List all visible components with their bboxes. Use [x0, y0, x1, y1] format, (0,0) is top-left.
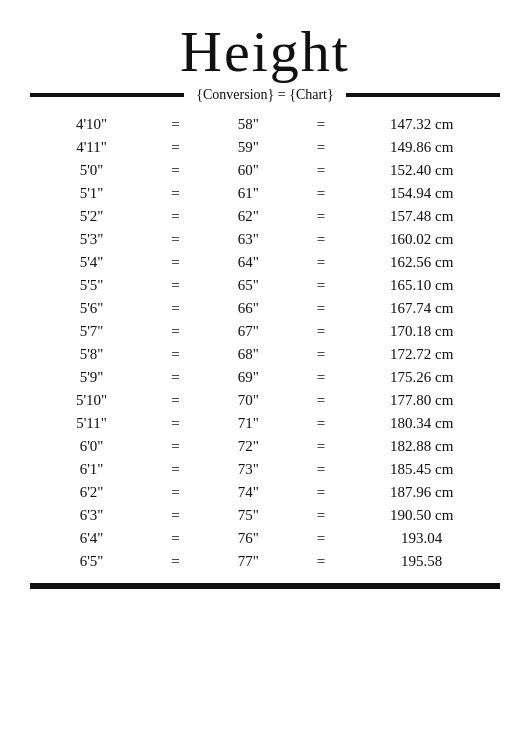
- cell-cm: 149.86 cm: [343, 136, 500, 159]
- cell-cm: 177.80 cm: [343, 389, 500, 412]
- cell-eq2: =: [299, 481, 344, 504]
- cell-eq2: =: [299, 458, 344, 481]
- table-row: 5'1"=61"=154.94 cm: [30, 182, 500, 205]
- cell-in: 76": [198, 527, 299, 550]
- cell-eq2: =: [299, 320, 344, 343]
- cell-ft: 6'1": [30, 458, 153, 481]
- table-row: 6'5"=77"=195.58: [30, 550, 500, 573]
- cell-in: 59": [198, 136, 299, 159]
- table-row: 6'2"=74"=187.96 cm: [30, 481, 500, 504]
- cell-ft: 5'7": [30, 320, 153, 343]
- table-row: 5'3"=63"=160.02 cm: [30, 228, 500, 251]
- cell-ft: 4'11": [30, 136, 153, 159]
- table-row: 6'0"=72"=182.88 cm: [30, 435, 500, 458]
- cell-in: 77": [198, 550, 299, 573]
- cell-eq1: =: [153, 435, 198, 458]
- cell-in: 73": [198, 458, 299, 481]
- cell-cm: 185.45 cm: [343, 458, 500, 481]
- cell-in: 72": [198, 435, 299, 458]
- cell-cm: 167.74 cm: [343, 297, 500, 320]
- table-row: 5'4"=64"=162.56 cm: [30, 251, 500, 274]
- cell-eq2: =: [299, 504, 344, 527]
- cell-eq1: =: [153, 228, 198, 251]
- cell-ft: 5'4": [30, 251, 153, 274]
- cell-ft: 6'4": [30, 527, 153, 550]
- cell-eq2: =: [299, 366, 344, 389]
- cell-in: 68": [198, 343, 299, 366]
- cell-ft: 6'2": [30, 481, 153, 504]
- table-row: 5'11"=71"=180.34 cm: [30, 412, 500, 435]
- subtitle-bar: {Conversion} = {Chart}: [30, 87, 500, 103]
- cell-eq1: =: [153, 389, 198, 412]
- cell-eq1: =: [153, 527, 198, 550]
- cell-ft: 5'11": [30, 412, 153, 435]
- cell-eq1: =: [153, 412, 198, 435]
- cell-eq1: =: [153, 366, 198, 389]
- cell-ft: 5'8": [30, 343, 153, 366]
- cell-eq1: =: [153, 458, 198, 481]
- cell-eq1: =: [153, 504, 198, 527]
- cell-ft: 6'5": [30, 550, 153, 573]
- bottom-bar: [30, 583, 500, 589]
- cell-ft: 5'6": [30, 297, 153, 320]
- cell-cm: 152.40 cm: [343, 159, 500, 182]
- cell-cm: 170.18 cm: [343, 320, 500, 343]
- cell-ft: 5'9": [30, 366, 153, 389]
- cell-ft: 6'0": [30, 435, 153, 458]
- cell-eq1: =: [153, 136, 198, 159]
- cell-eq2: =: [299, 113, 344, 136]
- cell-eq1: =: [153, 182, 198, 205]
- cell-eq1: =: [153, 550, 198, 573]
- cell-eq2: =: [299, 251, 344, 274]
- cell-ft: 5'1": [30, 182, 153, 205]
- cell-eq2: =: [299, 435, 344, 458]
- cell-cm: 190.50 cm: [343, 504, 500, 527]
- conversion-table: 4'10"=58"=147.32 cm4'11"=59"=149.86 cm5'…: [30, 113, 500, 573]
- cell-eq1: =: [153, 113, 198, 136]
- cell-ft: 5'2": [30, 205, 153, 228]
- cell-ft: 5'5": [30, 274, 153, 297]
- cell-in: 60": [198, 159, 299, 182]
- cell-cm: 160.02 cm: [343, 228, 500, 251]
- cell-cm: 187.96 cm: [343, 481, 500, 504]
- cell-eq2: =: [299, 412, 344, 435]
- cell-in: 62": [198, 205, 299, 228]
- cell-ft: 6'3": [30, 504, 153, 527]
- cell-in: 66": [198, 297, 299, 320]
- cell-cm: 195.58: [343, 550, 500, 573]
- table-row: 6'4"=76"=193.04: [30, 527, 500, 550]
- cell-eq1: =: [153, 481, 198, 504]
- table-row: 5'8"=68"=172.72 cm: [30, 343, 500, 366]
- cell-eq2: =: [299, 136, 344, 159]
- cell-eq2: =: [299, 550, 344, 573]
- left-bar-line: [30, 93, 184, 97]
- cell-ft: 4'10": [30, 113, 153, 136]
- cell-cm: 165.10 cm: [343, 274, 500, 297]
- cell-cm: 172.72 cm: [343, 343, 500, 366]
- cell-eq2: =: [299, 159, 344, 182]
- cell-ft: 5'10": [30, 389, 153, 412]
- table-row: 5'9"=69"=175.26 cm: [30, 366, 500, 389]
- cell-eq2: =: [299, 228, 344, 251]
- cell-eq2: =: [299, 182, 344, 205]
- cell-in: 64": [198, 251, 299, 274]
- cell-in: 58": [198, 113, 299, 136]
- cell-in: 71": [198, 412, 299, 435]
- cell-eq1: =: [153, 159, 198, 182]
- cell-in: 65": [198, 274, 299, 297]
- page: Height {Conversion} = {Chart} 4'10"=58"=…: [0, 0, 530, 749]
- cell-eq1: =: [153, 251, 198, 274]
- table-row: 5'0"=60"=152.40 cm: [30, 159, 500, 182]
- cell-in: 74": [198, 481, 299, 504]
- table-row: 6'1"=73"=185.45 cm: [30, 458, 500, 481]
- cell-cm: 162.56 cm: [343, 251, 500, 274]
- table-row: 5'6"=66"=167.74 cm: [30, 297, 500, 320]
- cell-cm: 157.48 cm: [343, 205, 500, 228]
- cell-in: 63": [198, 228, 299, 251]
- cell-cm: 182.88 cm: [343, 435, 500, 458]
- table-row: 5'5"=65"=165.10 cm: [30, 274, 500, 297]
- cell-ft: 5'3": [30, 228, 153, 251]
- cell-ft: 5'0": [30, 159, 153, 182]
- cell-cm: 180.34 cm: [343, 412, 500, 435]
- cell-eq2: =: [299, 343, 344, 366]
